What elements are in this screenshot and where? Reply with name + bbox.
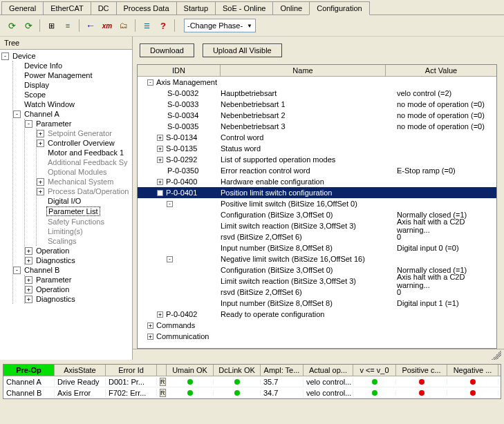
expand-icon[interactable]: + (37, 130, 44, 137)
table-row[interactable]: Limit switch reaction (BitSize 3,OffSet … (138, 220, 496, 231)
reset-button[interactable]: R (160, 378, 166, 386)
expand-icon[interactable]: + (147, 322, 153, 329)
tree-scope[interactable]: Scope (13, 90, 131, 99)
tab-process-data[interactable]: Process Data (116, 1, 177, 15)
bars-icon[interactable]: ≡ (60, 18, 75, 33)
table-row[interactable]: S-0-0035Nebenbetriebsart 3no mode of ope… (138, 121, 496, 132)
collapse-icon[interactable]: - (157, 190, 163, 196)
tab-startup[interactable]: Startup (176, 1, 216, 15)
tree-param-item[interactable]: Safety Functions (37, 217, 131, 227)
tab-soe-online[interactable]: SoE - Online (215, 1, 273, 15)
upload-all-button[interactable]: Upload All Visible (203, 44, 282, 57)
tab-online[interactable]: Online (272, 1, 310, 15)
tree-param-item[interactable]: Additional Feedback Sy (37, 157, 131, 167)
col-error-id[interactable]: Error Id (106, 365, 157, 376)
tree-param-item[interactable]: Optional Modules (37, 167, 131, 177)
database-icon[interactable]: 🗂 (116, 18, 131, 33)
expand-icon[interactable]: + (37, 188, 44, 195)
expand-icon[interactable]: + (157, 146, 163, 152)
expand-icon[interactable]: + (157, 311, 163, 318)
table-row[interactable]: S-0-0033Nebenbetriebsart 1no mode of ope… (138, 99, 496, 110)
table-row[interactable]: +Communication (138, 331, 496, 342)
table-row[interactable]: -Axis Management (138, 77, 496, 88)
col-neg[interactable]: Negative ... (447, 365, 498, 376)
tree-channel-a[interactable]: -Channel A (13, 109, 131, 119)
table-row[interactable]: -Positive limit switch (BitSize 16,OffSe… (138, 198, 496, 209)
tree-param-item[interactable]: Digital I/O (37, 196, 131, 206)
resize-grip-icon[interactable] (492, 350, 501, 360)
col-axis-state[interactable]: AxisState (55, 365, 106, 376)
expand-icon[interactable]: + (157, 135, 163, 141)
col-name[interactable]: Name (221, 65, 386, 76)
table-row[interactable]: Limit switch reaction (BitSize 3,OffSet … (138, 276, 496, 287)
tab-configuration[interactable]: Configuration (309, 1, 369, 15)
expand-icon[interactable]: + (25, 276, 32, 284)
table-row[interactable]: +Commands (138, 320, 496, 331)
col-act-value[interactable]: Act Value (386, 65, 496, 76)
tree-diagnostics-a[interactable]: +Diagnostics (25, 256, 131, 265)
expand-icon[interactable]: + (25, 247, 32, 255)
tree-param-item[interactable]: +Controller Overview (37, 138, 131, 148)
table-row[interactable]: P-0-0350Error reaction control wordE-Sto… (138, 165, 496, 176)
collapse-icon[interactable]: - (167, 256, 173, 262)
col-preop[interactable]: Pre-Op (3, 365, 55, 376)
table-row[interactable]: +S-0-0135Status word (138, 143, 496, 154)
status-row[interactable]: Channel ADrive ReadyD001: Pr...R35.7velo… (3, 376, 501, 387)
refresh-icon[interactable]: ⟳ (4, 18, 19, 33)
table-row[interactable]: -P-0-0401Position limit switch configura… (138, 187, 496, 198)
collapse-icon[interactable]: - (13, 110, 21, 118)
table-row[interactable]: rsvd (BitSize 2,OffSet 6)0 (138, 287, 496, 298)
tree-display[interactable]: Display (13, 80, 131, 90)
col-idn[interactable]: IDN (138, 65, 221, 76)
collapse-icon[interactable]: - (147, 79, 153, 86)
tree-device[interactable]: -Device (1, 51, 131, 61)
tree-param-item[interactable]: Scalings (37, 236, 131, 246)
table-row[interactable]: +P-0-0402Ready to operate configuration (138, 309, 496, 320)
collapse-icon[interactable]: - (13, 267, 21, 274)
tree-device-info[interactable]: Device Info (13, 61, 131, 70)
expand-icon[interactable]: + (157, 179, 163, 185)
refresh-all-icon[interactable]: ⟳ (21, 18, 36, 33)
back-icon[interactable]: ← (83, 18, 98, 33)
tree-param-item[interactable]: Motor and Feedback 1 (37, 148, 131, 157)
tree-parameter-b[interactable]: +Parameter (25, 275, 131, 285)
col-blank[interactable] (157, 365, 167, 376)
download-button[interactable]: Download (140, 44, 194, 57)
col-ampl[interactable]: Ampl: Te... (261, 365, 304, 376)
expand-icon[interactable]: + (37, 178, 44, 186)
table-row[interactable]: +P-0-0400Hardware enable configuration (138, 176, 496, 187)
grid-body[interactable]: -Axis ManagementS-0-0032Hauptbetriebsart… (138, 77, 496, 348)
reset-button[interactable]: R (160, 389, 166, 397)
col-actual-op[interactable]: Actual op... (304, 365, 353, 376)
expand-icon[interactable]: + (157, 157, 163, 163)
table-row[interactable]: +S-0-0292List of supported operation mod… (138, 154, 496, 165)
xml-icon[interactable]: xm (100, 18, 115, 33)
collapse-icon[interactable]: - (25, 120, 32, 128)
tree-param-item[interactable]: Limiting(s) (37, 227, 131, 236)
collapse-icon[interactable]: - (1, 52, 9, 60)
expand-icon[interactable]: + (147, 334, 153, 340)
table-row[interactable]: rsvd (BitSize 2,OffSet 6)0 (138, 231, 496, 242)
tree-param-item[interactable]: +Setpoint Generator (37, 128, 131, 138)
tab-general[interactable]: General (1, 1, 44, 15)
table-row[interactable]: S-0-0032Hauptbetriebsartvelo control (=2… (138, 88, 496, 99)
col-pos[interactable]: Positive c... (396, 365, 447, 376)
table-row[interactable]: S-0-0034Nebenbetriebsart 2no mode of ope… (138, 110, 496, 121)
list-icon[interactable]: ☰ (139, 18, 154, 33)
tree-parameter[interactable]: -Parameter (25, 119, 131, 128)
expand-icon[interactable]: + (37, 139, 44, 147)
table-row[interactable]: -Negative limit switch (BitSize 16,OffSe… (138, 253, 496, 264)
tree-operation-b[interactable]: +Operation (25, 285, 131, 294)
table-row[interactable]: Input number (BitSize 8,OffSet 8)Digital… (138, 242, 496, 253)
tree-watch-window[interactable]: Watch Window (13, 99, 131, 109)
tree-param-item[interactable]: +Mechanical System (37, 177, 131, 186)
table-row[interactable]: Input number (BitSize 8,OffSet 8)Digital… (138, 298, 496, 309)
help-icon[interactable]: ? (156, 18, 171, 33)
collapse-icon[interactable]: - (167, 201, 173, 207)
tree-view-icon[interactable]: ⊞ (44, 18, 59, 33)
tree-param-item[interactable]: +Process Data/Operation (37, 186, 131, 196)
table-row[interactable]: +S-0-0134Control word (138, 132, 496, 143)
expand-icon[interactable]: + (25, 286, 32, 293)
status-row[interactable]: Channel BAxis ErrorF702: Err...R34.7velo… (3, 387, 501, 398)
expand-icon[interactable]: + (25, 296, 32, 303)
